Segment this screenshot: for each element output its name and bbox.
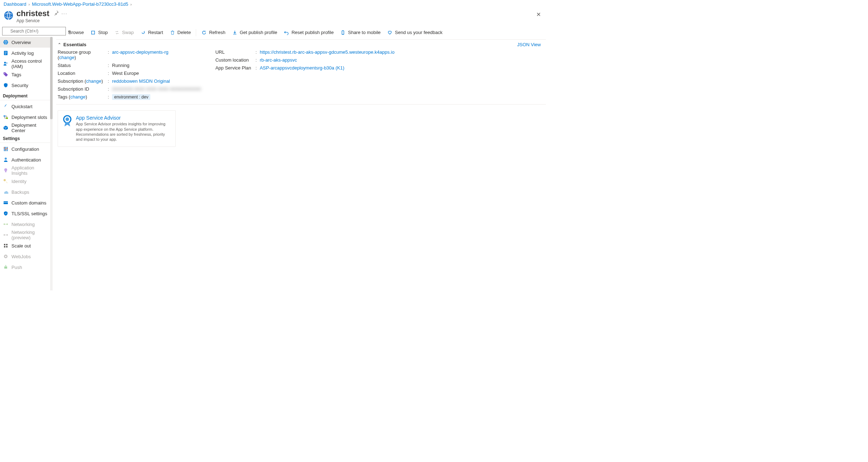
stop-icon xyxy=(90,30,96,35)
svg-point-19 xyxy=(7,148,8,149)
svg-point-20 xyxy=(5,158,7,160)
change-link[interactable]: change xyxy=(70,94,86,100)
sidebar-item-push[interactable]: Push xyxy=(0,262,53,273)
undo-icon xyxy=(283,30,289,35)
trash-icon xyxy=(170,30,175,35)
json-view-link[interactable]: JSON View xyxy=(517,42,541,47)
svg-point-9 xyxy=(6,63,8,64)
chevron-right-icon: › xyxy=(29,2,30,6)
globe-icon xyxy=(3,39,9,45)
property-row: Subscription (change) : reddobowen MSDN … xyxy=(58,78,201,84)
sidebar-item-overview[interactable]: Overview xyxy=(0,37,53,48)
network-icon xyxy=(3,232,9,238)
sidebar-item-label: Deployment slots xyxy=(11,115,47,120)
change-link[interactable]: change xyxy=(59,55,74,60)
svg-point-42 xyxy=(343,34,343,34)
page-subtitle: App Service xyxy=(16,18,49,23)
person-icon xyxy=(3,157,9,163)
rocket-icon xyxy=(3,104,9,109)
svg-rect-35 xyxy=(6,246,8,247)
sidebar-item-tags[interactable]: Tags xyxy=(0,69,53,80)
svg-rect-40 xyxy=(92,31,95,34)
refresh-icon xyxy=(201,30,207,35)
sidebar-item-identity[interactable]: Identity xyxy=(0,176,53,187)
download-icon xyxy=(232,30,238,35)
sidebar-item-tls-ssl[interactable]: TLS/SSL settings xyxy=(0,208,53,219)
breadcrumb-item[interactable]: Microsoft.Web-WebApp-Portal-b7230cc3-81d… xyxy=(32,1,128,7)
swap-button[interactable]: Swap xyxy=(111,27,137,38)
share-mobile-button[interactable]: Share to mobile xyxy=(337,27,383,38)
svg-point-29 xyxy=(4,234,5,236)
sidebar-item-networking-preview[interactable]: Networking (preview) xyxy=(0,230,53,240)
sidebar-item-security[interactable]: Security xyxy=(0,80,53,91)
custom-location-link[interactable]: rb-arc-aks-appsvc xyxy=(260,57,297,63)
separator xyxy=(196,29,196,36)
log-icon xyxy=(3,50,9,56)
sidebar-group-deployment: Deployment xyxy=(0,91,53,100)
svg-rect-24 xyxy=(4,201,8,204)
sidebar-item-activity-log[interactable]: Activity log xyxy=(0,48,53,58)
sidebar-item-quickstart[interactable]: Quickstart xyxy=(0,101,53,112)
svg-rect-33 xyxy=(6,244,8,245)
sidebar-item-configuration[interactable]: Configuration xyxy=(0,144,53,154)
url-link[interactable]: https://christest.rb-arc-aks-appsv-gdcum… xyxy=(260,49,394,55)
sliders-icon xyxy=(3,146,9,152)
svg-rect-34 xyxy=(4,246,5,247)
breadcrumb-item[interactable]: Dashboard xyxy=(4,1,26,7)
sidebar-item-deployment-slots[interactable]: Deployment slots xyxy=(0,112,53,122)
advisor-card[interactable]: App Service Advisor App Service Advisor … xyxy=(58,110,176,146)
svg-point-3 xyxy=(4,40,8,45)
gear-icon xyxy=(3,254,9,259)
sidebar-item-webjobs[interactable]: WebJobs xyxy=(0,251,53,262)
heart-icon xyxy=(387,30,393,35)
delete-button[interactable]: Delete xyxy=(167,27,194,38)
sidebar-item-label: Custom domains xyxy=(11,200,47,206)
feedback-button[interactable]: Send us your feedback xyxy=(384,27,445,38)
tag-chip[interactable]: environment : dev xyxy=(112,94,150,100)
search-input[interactable] xyxy=(2,27,66,35)
sidebar-item-label: Networking (preview) xyxy=(11,230,50,240)
property-row: Subscription ID: 00000000-0000-0000-0000… xyxy=(58,86,201,92)
more-icon[interactable]: ··· xyxy=(62,11,68,16)
svg-point-37 xyxy=(5,256,6,257)
sidebar-item-authentication[interactable]: Authentication xyxy=(0,154,53,165)
svg-point-27 xyxy=(6,223,8,225)
restart-icon xyxy=(140,30,146,35)
property-row: App Service Plan: ASP-arcappsvcdeploymen… xyxy=(215,65,394,71)
sidebar-item-label: Backups xyxy=(11,189,29,195)
reset-publish-button[interactable]: Reset publish profile xyxy=(281,27,336,38)
key-icon xyxy=(3,178,9,184)
sidebar-item-networking[interactable]: Networking xyxy=(0,219,53,230)
network-icon xyxy=(3,221,9,227)
sidebar-item-deployment-center[interactable]: Deployment Center xyxy=(0,122,53,133)
sidebar-item-backups[interactable]: Backups xyxy=(0,187,53,197)
scrollbar-thumb[interactable] xyxy=(50,37,53,119)
sidebar-item-scale-out[interactable]: Scale out xyxy=(0,240,53,251)
close-icon[interactable]: ✕ xyxy=(536,11,541,18)
property-row: Tags (change) : environment : dev xyxy=(58,94,201,100)
pin-icon[interactable] xyxy=(54,10,59,16)
toolbar: Browse Stop Swap Restart Delete Refresh … xyxy=(56,25,546,40)
change-link[interactable]: change xyxy=(86,78,102,84)
push-icon xyxy=(3,264,9,270)
tag-icon xyxy=(3,72,9,77)
collapse-icon[interactable]: « xyxy=(67,29,71,34)
stop-button[interactable]: Stop xyxy=(87,27,111,38)
restart-button[interactable]: Restart xyxy=(137,27,166,38)
subscription-link[interactable]: reddobowen MSDN Original xyxy=(112,78,170,84)
app-service-icon xyxy=(4,10,14,20)
sidebar-item-label: Application Insights xyxy=(11,165,50,176)
sidebar-item-custom-domains[interactable]: Custom domains xyxy=(0,197,53,208)
plan-link[interactable]: ASP-arcappsvcdeploymentsrg-b30a (K1) xyxy=(260,65,344,71)
essentials-header[interactable]: ⌃ Essentials JSON View xyxy=(56,40,546,49)
resource-group-link[interactable]: arc-appsvc-deployments-rg xyxy=(112,49,169,55)
sidebar-item-label: Security xyxy=(11,83,28,88)
sidebar-item-iam[interactable]: Access control (IAM) xyxy=(0,58,53,69)
sidebar-item-app-insights[interactable]: Application Insights xyxy=(0,165,53,176)
refresh-button[interactable]: Refresh xyxy=(198,27,228,38)
breadcrumb: Dashboard › Microsoft.Web-WebApp-Portal-… xyxy=(0,0,546,8)
package-icon xyxy=(3,125,9,131)
svg-point-23 xyxy=(4,179,6,181)
get-publish-button[interactable]: Get publish profile xyxy=(229,27,280,38)
svg-point-18 xyxy=(5,149,6,150)
